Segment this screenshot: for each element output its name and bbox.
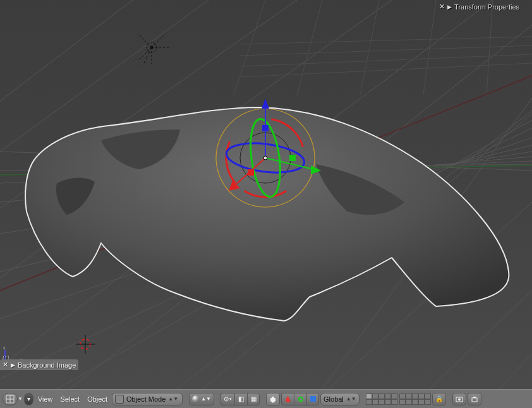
expand-icon[interactable]: ▶ bbox=[11, 362, 15, 368]
svg-rect-51 bbox=[248, 169, 254, 176]
svg-line-34 bbox=[138, 33, 152, 47]
object-mode-icon bbox=[115, 395, 124, 404]
manip-scale[interactable] bbox=[306, 393, 319, 405]
menu-select[interactable]: Select bbox=[57, 395, 83, 403]
expand-icon[interactable]: ▶ bbox=[447, 4, 452, 10]
lamp-object[interactable] bbox=[133, 28, 171, 66]
render-preview-button[interactable] bbox=[452, 393, 466, 405]
svg-rect-68 bbox=[473, 397, 476, 398]
svg-line-23 bbox=[240, 54, 532, 66]
svg-line-20 bbox=[499, 354, 532, 389]
svg-line-24 bbox=[240, 63, 532, 77]
pivot-dropdown[interactable]: ⊙▾ bbox=[221, 393, 234, 405]
svg-text:z: z bbox=[3, 345, 6, 350]
svg-line-18 bbox=[329, 202, 532, 389]
pivot-median[interactable]: ▦ bbox=[247, 393, 260, 405]
svg-rect-67 bbox=[472, 398, 477, 402]
panel-title: Background Image bbox=[18, 361, 76, 369]
hand-icon bbox=[269, 395, 277, 403]
svg-line-19 bbox=[430, 291, 532, 389]
circle-icon bbox=[298, 397, 303, 402]
svg-marker-44 bbox=[262, 99, 269, 109]
svg-line-28 bbox=[423, 0, 436, 95]
render-icon bbox=[456, 395, 463, 403]
panel-background-image[interactable]: ✕ ▶ Background Image bbox=[0, 359, 78, 370]
orientation-dropdown[interactable]: Global ▲▼ bbox=[320, 393, 360, 405]
manipulator-mode-buttons bbox=[281, 393, 319, 405]
menu-view[interactable]: View bbox=[35, 395, 56, 403]
manip-rotate[interactable] bbox=[294, 393, 306, 405]
svg-line-29 bbox=[487, 0, 493, 95]
svg-line-26 bbox=[297, 0, 322, 95]
mode-label: Object Mode bbox=[126, 395, 166, 403]
triangle-icon bbox=[285, 396, 291, 402]
square-icon bbox=[310, 396, 316, 402]
orientation-label: Global bbox=[323, 395, 344, 403]
panel-transform-properties[interactable]: ✕ ▶ Transform Properties bbox=[439, 3, 519, 11]
svg-point-66 bbox=[458, 398, 461, 400]
manipulator-toggle[interactable] bbox=[266, 393, 280, 405]
mode-dropdown[interactable]: Object Mode ▲▼ bbox=[112, 393, 183, 405]
chevron-updown-icon: ▲▼ bbox=[346, 396, 356, 402]
svg-line-22 bbox=[240, 45, 532, 56]
menu-object[interactable]: Object bbox=[84, 395, 111, 403]
svg-line-12 bbox=[0, 0, 209, 152]
svg-line-35 bbox=[152, 33, 166, 47]
shading-dropdown[interactable]: ▲▼ bbox=[189, 393, 214, 405]
viewport-3d[interactable]: z y x (1) ✕ ▶ Transform Properties ✕ ▶ B… bbox=[0, 0, 532, 389]
panel-title: Transform Properties bbox=[454, 3, 519, 11]
chevron-down-icon[interactable]: ▼ bbox=[18, 396, 23, 402]
svg-line-10 bbox=[322, 98, 532, 389]
layer-lock-button[interactable]: 🔒 bbox=[432, 393, 446, 405]
camera-icon bbox=[471, 395, 478, 403]
svg-line-14 bbox=[0, 0, 392, 278]
collapse-menus-button[interactable]: ▾ bbox=[24, 393, 33, 405]
manip-translate[interactable] bbox=[281, 393, 294, 405]
svg-rect-50 bbox=[289, 155, 296, 161]
svg-line-21 bbox=[240, 37, 532, 44]
svg-line-25 bbox=[234, 0, 265, 95]
sphere-icon bbox=[192, 395, 200, 403]
viewport-header: ▼ ▾ View Select Object Object Mode ▲▼ ▲▼… bbox=[0, 389, 532, 408]
svg-line-11 bbox=[0, 0, 133, 101]
lock-camera-button[interactable] bbox=[468, 393, 481, 405]
svg-marker-46 bbox=[311, 165, 321, 174]
svg-line-27 bbox=[360, 0, 379, 95]
pivot-buttons: ⊙▾ ◧ ▦ bbox=[221, 393, 260, 405]
layer-buttons[interactable] bbox=[366, 393, 431, 405]
cursor-3d bbox=[76, 335, 95, 354]
editor-type-button[interactable] bbox=[3, 393, 18, 405]
close-icon[interactable]: ✕ bbox=[439, 3, 445, 11]
close-icon[interactable]: ✕ bbox=[3, 361, 8, 369]
transform-manipulator[interactable] bbox=[202, 95, 329, 221]
svg-rect-49 bbox=[262, 125, 269, 131]
pivot-individual[interactable]: ◧ bbox=[234, 393, 247, 405]
svg-point-52 bbox=[263, 156, 267, 160]
svg-line-36 bbox=[138, 47, 152, 61]
chevron-updown-icon: ▲▼ bbox=[168, 396, 178, 402]
